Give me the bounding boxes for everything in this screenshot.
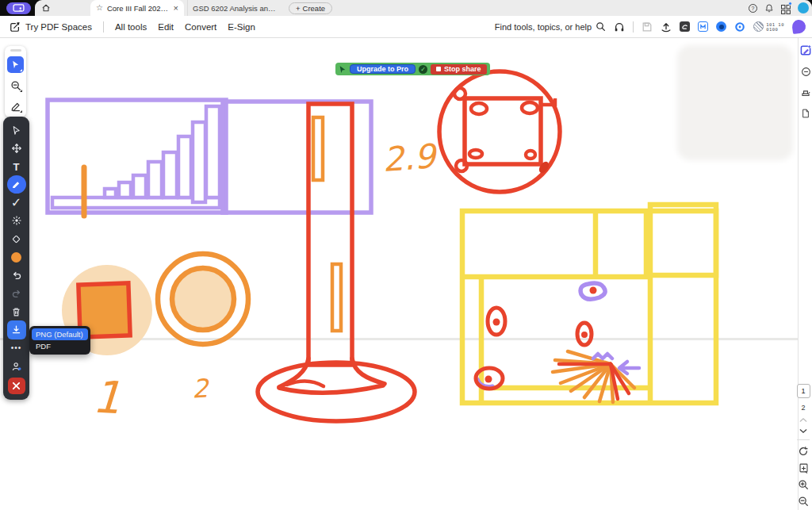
upgrade-to-pro-button[interactable]: Upgrade to Pro — [350, 64, 416, 74]
next-page-number[interactable]: 2 — [801, 404, 805, 412]
fit-page-icon[interactable] — [799, 462, 809, 474]
tab-gsd-6202[interactable]: GSD 6202 Analysis and Design... — [187, 0, 284, 16]
quick-tools-toolbar — [5, 46, 26, 117]
cursor-icon — [10, 59, 21, 70]
notification-dot — [788, 2, 792, 6]
drawing-toolbar: T ✓ — [3, 117, 29, 400]
previous-page-chevron-icon[interactable] — [799, 417, 807, 423]
stop-share-button[interactable]: Stop share — [431, 64, 487, 75]
text-tool-button[interactable]: T — [9, 159, 25, 174]
export-format-menu: PNG (Default) PDF — [29, 326, 90, 355]
annotate-pen-button[interactable] — [7, 98, 24, 114]
menu-item-png[interactable]: PNG (Default) — [32, 328, 88, 340]
divider — [797, 439, 810, 440]
cursor-share-icon — [339, 65, 347, 74]
account-avatar[interactable] — [798, 2, 809, 13]
divider — [103, 21, 104, 33]
eraser-button[interactable] — [9, 231, 25, 247]
tab-core-iii[interactable]: ☆ Core III Fall 2025 Sche... × — [90, 0, 184, 16]
ink-purple-cloud — [580, 283, 605, 299]
profile-blob-avatar[interactable] — [791, 19, 806, 34]
nav-all-tools[interactable]: All tools — [115, 22, 147, 32]
top-right-controls: ? — [749, 0, 809, 16]
app-icon-blue-circle[interactable] — [716, 21, 726, 32]
divider — [633, 21, 634, 33]
select-tool-button[interactable] — [7, 56, 24, 73]
tab-strip: ☆ Core III Fall 2025 Sche... × GSD 6202 … — [35, 0, 812, 16]
home-icon — [41, 3, 51, 13]
zoom-tool-button[interactable] — [7, 77, 24, 94]
drag-handle[interactable] — [10, 49, 21, 52]
stop-square-icon — [436, 67, 441, 71]
checkmark-tool-button[interactable]: ✓ — [9, 194, 25, 210]
ink-red-circle-table — [439, 71, 560, 192]
binary-text-row1: 101 10 — [766, 22, 784, 27]
save-icon[interactable] — [642, 21, 653, 33]
app-toolbar: Try PDF Spaces All tools Edit Convert E-… — [0, 16, 812, 38]
app-icon-dark[interactable] — [680, 21, 690, 32]
ink-orange-rings — [158, 254, 248, 344]
create-button[interactable]: + Create — [289, 2, 332, 14]
download-button-selected[interactable] — [7, 320, 26, 339]
nav-esign[interactable]: E-Sign — [228, 22, 255, 32]
color-swatch-button[interactable] — [9, 249, 25, 265]
screen-share-pill[interactable] — [6, 2, 31, 14]
close-x-icon — [12, 382, 21, 390]
more-options-button[interactable]: ••• — [9, 340, 25, 356]
ink-label-two: 2 — [191, 373, 211, 404]
hatched-circle-icon — [753, 21, 764, 32]
nav-convert[interactable]: Convert — [185, 22, 216, 32]
close-drawing-button[interactable] — [8, 378, 25, 394]
search-field[interactable]: Find tools, topics, or help — [495, 21, 606, 32]
try-pdf-spaces-label: Try PDF Spaces — [25, 22, 92, 32]
move-icon — [11, 143, 22, 154]
trash-icon — [11, 306, 21, 317]
ink-orange-lamp-slots — [313, 117, 341, 331]
share-upload-icon[interactable] — [661, 21, 672, 33]
search-icon — [596, 21, 606, 32]
create-label: Create — [303, 4, 326, 13]
undo-button[interactable] — [9, 267, 25, 283]
app-icon-blue-square[interactable] — [698, 21, 708, 32]
laser-pointer-icon — [11, 215, 22, 226]
home-button[interactable] — [40, 2, 52, 13]
screen-share-control-bar: Upgrade to Pro ✓ Stop share — [335, 63, 490, 75]
laser-pointer-button[interactable] — [9, 213, 25, 228]
zoom-out-icon[interactable] — [798, 496, 809, 507]
pages-panel-button[interactable] — [801, 108, 810, 119]
pan-move-button[interactable] — [9, 140, 25, 156]
star-icon[interactable]: ☆ — [96, 4, 103, 12]
app-icon-blue-ring[interactable] — [734, 21, 745, 33]
delete-button[interactable] — [9, 304, 25, 320]
help-icon[interactable]: ? — [749, 4, 757, 13]
binary-text-row2: 0100 — [766, 27, 784, 32]
read-aloud-headphones-icon[interactable] — [614, 21, 625, 33]
print-panel-button[interactable] — [800, 87, 811, 98]
zoom-in-icon[interactable] — [798, 479, 809, 490]
notifications-bell-icon[interactable] — [764, 3, 774, 13]
title-bar: ☆ Core III Fall 2025 Sche... × GSD 6202 … — [0, 0, 812, 16]
current-page-box[interactable]: 1 — [797, 384, 810, 398]
close-tab-icon[interactable]: × — [174, 4, 178, 13]
participants-button[interactable] — [9, 359, 25, 374]
apps-grid-icon[interactable] — [781, 3, 791, 13]
app-icon-binary-logo[interactable]: 101 10 0100 — [753, 21, 784, 32]
try-pdf-spaces-button[interactable]: Try PDF Spaces — [10, 21, 92, 33]
drawing-canvas[interactable]: 2.9 — [0, 38, 798, 510]
pencil-tool-button-selected[interactable] — [7, 175, 26, 194]
edit-panel-button[interactable] — [800, 44, 812, 56]
acrobat-window: ☆ Core III Fall 2025 Sche... × GSD 6202 … — [0, 0, 812, 510]
ink-measurement-text: 2.9 — [381, 136, 439, 179]
download-icon — [11, 324, 21, 335]
menu-item-pdf[interactable]: PDF — [32, 340, 88, 352]
next-page-chevron-icon[interactable] — [799, 428, 807, 434]
comments-panel-button[interactable] — [801, 67, 811, 77]
nav-edit[interactable]: Edit — [158, 22, 174, 32]
rotate-page-icon[interactable] — [798, 446, 809, 457]
plus-icon: + — [296, 4, 301, 13]
redo-icon — [11, 288, 22, 299]
redo-button[interactable] — [9, 286, 25, 301]
laser-select-button[interactable] — [9, 122, 25, 138]
undo-icon — [11, 270, 22, 281]
person-icon — [11, 361, 22, 372]
